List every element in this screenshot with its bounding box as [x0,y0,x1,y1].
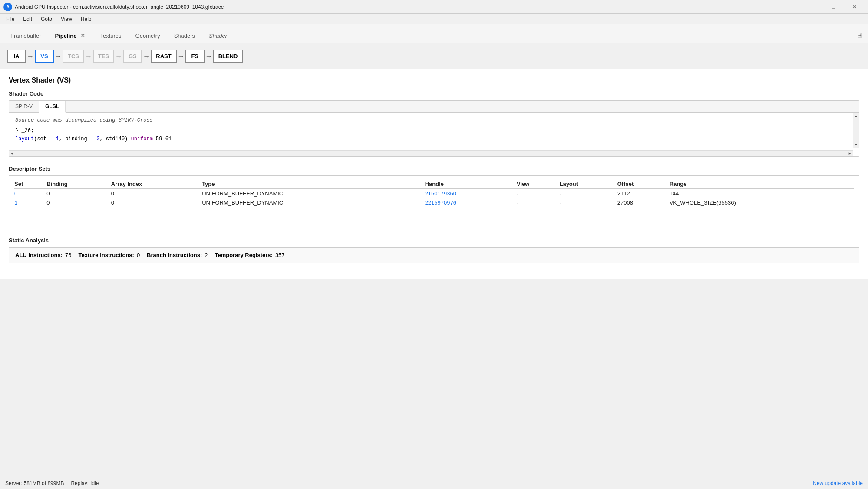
descriptor-row-0: 0 0 0 UNIFORM_BUFFER_DYNAMIC 2150179360 … [14,189,854,198]
arrow-fs-blend: → [205,53,212,60]
stage-rast: RAST → [151,50,185,63]
update-link[interactable]: New update available [813,480,863,486]
maximize-panel-icon[interactable]: ⊞ [857,31,863,39]
col-type: Type [202,179,425,189]
descriptor-offset-1: 27008 [617,198,670,207]
code-tabs: SPIR-V GLSL [9,101,859,113]
code-tab-glsl[interactable]: GLSL [39,101,66,113]
code-line-2: layout(set = 1, binding = 0, std140) uni… [15,135,847,143]
main-content: Vertex Shader (VS) Shader Code SPIR-V GL… [0,69,868,279]
stage-blend-box[interactable]: BLEND [213,50,243,63]
shader-code-panel: SPIR-V GLSL Source code was decompiled u… [9,100,859,157]
window-title: Android GPU Inspector - com.activision.c… [15,4,803,10]
arrow-tcs-tes: → [85,53,92,60]
app-icon: A [3,3,12,11]
stage-gs: GS → [123,50,151,63]
col-range: Range [670,179,854,189]
tab-shader[interactable]: Shader [202,29,234,43]
descriptor-offset-0: 2112 [617,189,670,198]
descriptor-set-link-0[interactable]: 0 [14,190,17,197]
stage-tcs-box[interactable]: TCS [63,50,84,63]
descriptor-binding-1: 0 [46,198,111,207]
code-decompile-note: Source code was decompiled using SPIRV-C… [15,117,847,123]
tab-framebuffer[interactable]: Framebuffer [3,29,48,43]
menu-file[interactable]: File [2,15,19,23]
code-body: Source code was decompiled using SPIRV-C… [9,113,859,156]
titlebar: A Android GPU Inspector - com.activision… [0,0,868,14]
menu-view[interactable]: View [56,15,76,23]
replay-label: Replay: [71,480,89,486]
col-set: Set [14,179,46,189]
descriptor-sets-title: Descriptor Sets [9,165,859,172]
stage-gs-box[interactable]: GS [123,50,142,63]
stat-branch-value: 2 [205,252,208,258]
arrow-vs-tcs: → [55,53,62,60]
stat-texture-label: Texture Instructions: [79,252,134,258]
tab-geometry[interactable]: Geometry [129,29,167,43]
menu-edit[interactable]: Edit [19,15,36,23]
status-replay: Replay: Idle [71,480,99,486]
window-controls: ─ □ ✕ [803,0,865,14]
stage-tes-box[interactable]: TES [93,50,114,63]
menu-help[interactable]: Help [76,15,96,23]
tab-textures[interactable]: Textures [93,29,128,43]
tab-shaders[interactable]: Shaders [167,29,202,43]
code-tab-spirv[interactable]: SPIR-V [9,101,39,112]
col-layout: Layout [559,179,617,189]
stage-vs-box[interactable]: VS [35,50,54,63]
descriptor-handle-link-0[interactable]: 2150179360 [425,190,456,197]
descriptor-layout-0: - [559,189,617,198]
static-analysis-title: Static Analysis [9,237,859,244]
menubar: File Edit Goto View Help [0,14,868,24]
stage-ia-box[interactable]: IA [7,50,26,63]
col-array-index: Array Index [111,179,202,189]
tab-pipeline-close[interactable]: ✕ [79,32,86,39]
stage-tcs: TCS → [63,50,93,63]
code-scrollbar-vertical[interactable]: ▲ ▼ [853,113,859,148]
maximize-button[interactable]: □ [824,0,844,14]
descriptor-range-1: VK_WHOLE_SIZE(65536) [670,198,854,207]
arrow-gs-rast: → [143,53,150,60]
descriptor-handle-link-1[interactable]: 2215970976 [425,199,456,206]
scroll-left-button[interactable]: ◄ [9,151,15,157]
stat-texture-value: 0 [137,252,140,258]
tab-pipeline[interactable]: Pipeline ✕ [48,29,93,43]
stage-blend: BLEND [213,50,243,63]
col-view: View [517,179,559,189]
stat-temp-regs-value: 357 [275,252,285,258]
descriptor-sets-section: Descriptor Sets Set Binding Array Index … [9,165,859,228]
descriptor-view-1: - [517,198,559,207]
minimize-button[interactable]: ─ [803,0,823,14]
close-button[interactable]: ✕ [845,0,865,14]
descriptor-set-link-1[interactable]: 1 [14,199,17,206]
stat-temp-regs-label: Temporary Registers: [215,252,272,258]
descriptor-view-0: - [517,189,559,198]
code-line-1: } _26; [15,127,847,135]
statusbar: Server: 581MB of 899MB Replay: Idle New … [0,477,868,489]
stage-rast-box[interactable]: RAST [151,50,176,63]
stat-branch: Branch Instructions: 2 [147,252,208,258]
scroll-up-button[interactable]: ▲ [853,113,859,119]
server-label: Server: [5,480,22,486]
descriptor-type-1: UNIFORM_BUFFER_DYNAMIC [202,198,425,207]
descriptor-layout-1: - [559,198,617,207]
static-analysis-section: Static Analysis ALU Instructions: 76 Tex… [9,237,859,263]
pipeline-bar: IA → VS → TCS → TES → GS → RAST → FS → B… [0,43,868,69]
stat-alu-value: 76 [65,252,71,258]
descriptor-binding-0: 0 [46,189,111,198]
section-title: Vertex Shader (VS) [9,76,859,84]
scroll-down-button[interactable]: ▼ [853,142,859,148]
stage-ia: IA → [7,50,35,63]
descriptor-row-1: 1 0 0 UNIFORM_BUFFER_DYNAMIC 2215970976 … [14,198,854,207]
arrow-ia-vs: → [27,53,34,60]
stage-fs-box[interactable]: FS [185,50,205,63]
menu-goto[interactable]: Goto [36,15,56,23]
code-scrollbar-horizontal[interactable]: ◄ ► [9,150,853,156]
col-binding: Binding [46,179,111,189]
col-handle: Handle [425,179,517,189]
stat-alu-label: ALU Instructions: [15,252,63,258]
scroll-right-button[interactable]: ► [847,151,853,157]
static-analysis-box: ALU Instructions: 76 Texture Instruction… [9,247,859,263]
server-memory: 581MB of 899MB [24,480,64,486]
descriptor-table: Set Binding Array Index Type Handle View… [14,179,854,207]
